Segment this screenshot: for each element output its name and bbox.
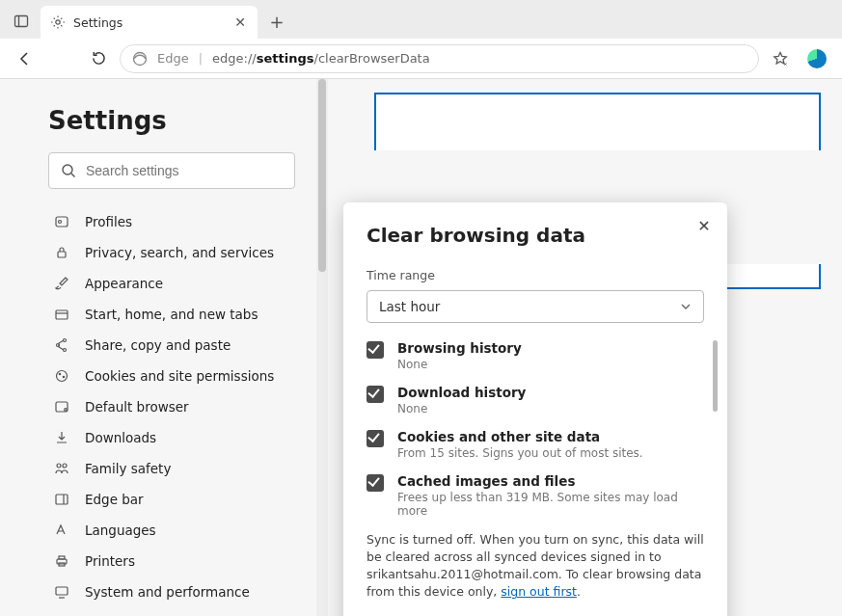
nav-family[interactable]: Family safety (48, 453, 295, 484)
clear-options-list: Browsing historyNone Download historyNon… (367, 340, 704, 518)
favorites-button[interactable] (765, 43, 796, 74)
browser-tab-settings[interactable]: Settings ✕ (41, 6, 258, 39)
nav-reset[interactable]: Reset settings (48, 607, 295, 616)
svg-point-7 (59, 221, 62, 224)
gear-icon (50, 14, 66, 30)
brush-icon (54, 276, 71, 291)
chevron-down-icon (680, 301, 692, 312)
svg-point-16 (63, 376, 64, 377)
option-cache[interactable]: Cached images and filesFrees up less tha… (367, 473, 704, 518)
nav-profiles[interactable]: Profiles (48, 206, 295, 237)
svg-point-19 (57, 464, 61, 468)
profile-button[interactable] (801, 43, 832, 74)
search-input[interactable] (86, 163, 283, 178)
nav-downloads[interactable]: Downloads (48, 422, 295, 453)
cookie-icon (54, 368, 71, 384)
svg-line-5 (71, 174, 75, 177)
nav-share[interactable]: Share, copy and paste (48, 330, 295, 361)
family-icon (54, 461, 71, 476)
dialog-close-button[interactable]: ✕ (694, 216, 714, 235)
checkbox-cache[interactable] (367, 474, 384, 492)
time-range-select[interactable]: Last hour (367, 290, 704, 323)
nav-appearance[interactable]: Appearance (48, 268, 295, 299)
svg-point-3 (134, 52, 147, 65)
window-titlebar: Settings ✕ + (0, 0, 842, 39)
search-icon (61, 163, 76, 178)
download-icon (54, 430, 71, 445)
svg-point-12 (64, 349, 67, 352)
edge-icon (132, 51, 148, 67)
lock-icon (54, 245, 71, 260)
back-button[interactable] (10, 43, 41, 74)
svg-rect-0 (15, 16, 28, 27)
settings-heading: Settings (48, 106, 328, 135)
svg-point-14 (57, 371, 68, 382)
system-icon (54, 584, 71, 600)
svg-rect-24 (59, 556, 65, 559)
sidebar-scrollbar[interactable] (316, 79, 328, 616)
checkbox-cookies[interactable] (367, 430, 384, 447)
svg-rect-8 (58, 252, 66, 257)
checkbox-browsing-history[interactable] (367, 341, 384, 359)
checkbox-download-history[interactable] (367, 386, 384, 403)
tab-actions-button[interactable] (8, 8, 35, 35)
svg-point-2 (56, 20, 60, 24)
svg-point-15 (59, 373, 60, 374)
clear-browsing-data-dialog: ✕ Clear browsing data Time range Last ho… (343, 202, 727, 616)
address-path: edge://settings/clearBrowserData (212, 51, 430, 66)
svg-rect-26 (56, 587, 68, 595)
edge-logo-icon (807, 49, 827, 68)
close-tab-button[interactable]: ✕ (232, 14, 248, 30)
settings-nav: Profiles Privacy, search, and services A… (48, 206, 295, 616)
browser-toolbar: Edge | edge://settings/clearBrowserData (0, 39, 842, 79)
nav-privacy[interactable]: Privacy, search, and services (48, 237, 295, 268)
sync-note: Sync is turned off. When you turn on syn… (367, 531, 704, 602)
settings-sidebar: Settings Profiles Privacy, search, and s… (0, 79, 328, 616)
browser-icon (54, 399, 71, 415)
tab-title: Settings (73, 15, 225, 30)
option-cookies[interactable]: Cookies and other site dataFrom 15 sites… (367, 429, 704, 460)
dialog-title: Clear browsing data (367, 224, 704, 247)
new-tab-button[interactable]: + (261, 6, 292, 37)
refresh-button[interactable] (83, 43, 114, 74)
option-download-history[interactable]: Download historyNone (367, 385, 704, 415)
address-scheme: Edge (157, 51, 189, 66)
svg-point-13 (57, 344, 60, 347)
sign-out-link[interactable]: sign out first (501, 584, 577, 599)
settings-search[interactable] (48, 152, 295, 189)
nav-default-browser[interactable]: Default browser (48, 391, 295, 422)
page-content: Settings Profiles Privacy, search, and s… (0, 79, 842, 616)
svg-point-18 (65, 409, 68, 412)
nav-cookies[interactable]: Cookies and site permissions (48, 361, 295, 391)
svg-rect-17 (56, 402, 68, 412)
svg-rect-21 (56, 495, 68, 504)
time-range-value: Last hour (379, 299, 440, 314)
option-browsing-history[interactable]: Browsing historyNone (367, 340, 704, 371)
nav-printers[interactable]: Printers (48, 546, 295, 576)
background-card-top (374, 93, 821, 150)
svg-point-20 (63, 464, 67, 468)
nav-start[interactable]: Start, home, and new tabs (48, 299, 295, 330)
svg-point-4 (63, 165, 72, 174)
address-bar[interactable]: Edge | edge://settings/clearBrowserData (120, 44, 759, 73)
dialog-scrollbar[interactable] (713, 340, 718, 412)
printer-icon (54, 553, 71, 569)
share-icon (54, 337, 71, 353)
svg-rect-9 (56, 310, 68, 319)
sidebar-icon (54, 492, 71, 507)
time-range-label: Time range (367, 268, 704, 282)
nav-edge-bar[interactable]: Edge bar (48, 484, 295, 515)
tabs-icon (54, 307, 71, 322)
language-icon (54, 522, 71, 538)
nav-system[interactable]: System and performance (48, 576, 295, 607)
profile-icon (54, 214, 71, 229)
nav-languages[interactable]: Languages (48, 515, 295, 546)
svg-point-11 (64, 339, 67, 342)
